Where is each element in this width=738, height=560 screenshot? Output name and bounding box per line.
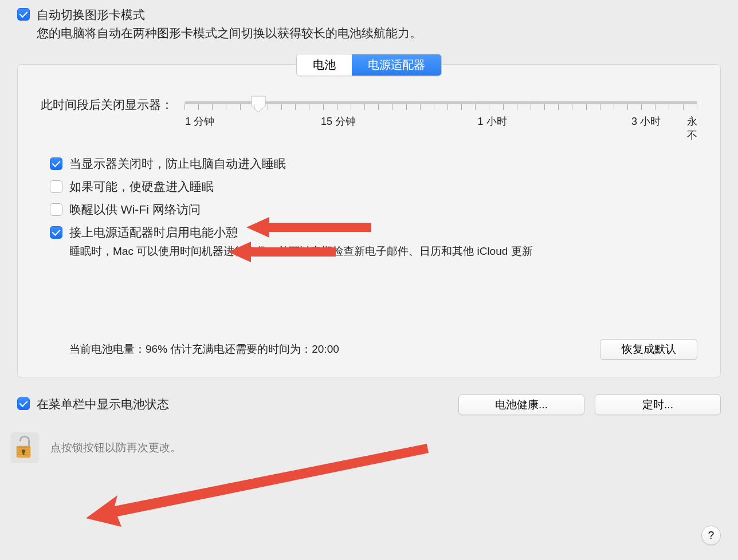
hdd-sleep-checkbox[interactable]	[50, 180, 62, 193]
gpu-auto-switch-subtext: 您的电脑将自动在两种图形卡模式之间切换以获得较长的电池续航能力。	[37, 25, 721, 41]
gpu-auto-switch-checkbox[interactable]	[17, 8, 30, 21]
settings-panel: 电池 电源适配器 此时间段后关闭显示器： 1 分钟 15 分钟 1 小时 3 小…	[17, 64, 721, 377]
prevent-sleep-label: 当显示器关闭时，防止电脑自动进入睡眠	[69, 156, 286, 172]
lock-hint-text: 点按锁按钮以防再次更改。	[50, 440, 181, 455]
menubar-battery-checkbox[interactable]	[17, 397, 30, 410]
schedule-button[interactable]: 定时...	[595, 395, 721, 415]
tick-3h: 3 小时	[631, 115, 661, 128]
lock-button[interactable]	[10, 432, 39, 463]
hdd-sleep-label: 如果可能，使硬盘进入睡眠	[69, 179, 214, 195]
svg-rect-1	[17, 447, 30, 448]
wake-wifi-label: 唤醒以供 Wi-Fi 网络访问	[69, 202, 201, 218]
tab-battery[interactable]: 电池	[297, 54, 352, 76]
power-nap-subtext: 睡眠时，Mac 可以使用时间机器进行备份，并可以定期检查新电子邮件、日历和其他 …	[69, 244, 697, 259]
tick-1min: 1 分钟	[185, 115, 214, 128]
tick-15min: 15 分钟	[321, 115, 356, 128]
restore-defaults-button[interactable]: 恢复成默认	[600, 339, 697, 360]
power-nap-label: 接上电源适配器时启用电能小憩	[69, 224, 238, 240]
battery-status-text: 当前电池电量：96% 估计充满电还需要的时间为：20:00	[69, 342, 339, 357]
power-nap-checkbox[interactable]	[50, 226, 62, 239]
prevent-sleep-checkbox[interactable]	[50, 157, 62, 170]
gpu-auto-switch-label: 自动切换图形卡模式	[37, 7, 145, 23]
tab-adapter[interactable]: 电源适配器	[352, 54, 441, 76]
help-button[interactable]: ?	[701, 526, 721, 545]
lock-open-icon	[15, 435, 34, 462]
display-off-label: 此时间段后关闭显示器：	[41, 97, 173, 113]
wake-wifi-checkbox[interactable]	[50, 203, 62, 216]
slider-labels: 1 分钟 15 分钟 1 小时 3 小时 永不	[185, 115, 697, 127]
svg-rect-6	[23, 451, 25, 455]
tick-1h: 1 小时	[477, 115, 507, 128]
menubar-battery-label: 在菜单栏中显示电池状态	[37, 396, 169, 412]
power-source-tabs: 电池 电源适配器	[296, 54, 442, 76]
display-off-slider[interactable]	[185, 101, 697, 104]
tick-never: 永不	[687, 115, 697, 142]
battery-health-button[interactable]: 电池健康...	[458, 395, 584, 415]
